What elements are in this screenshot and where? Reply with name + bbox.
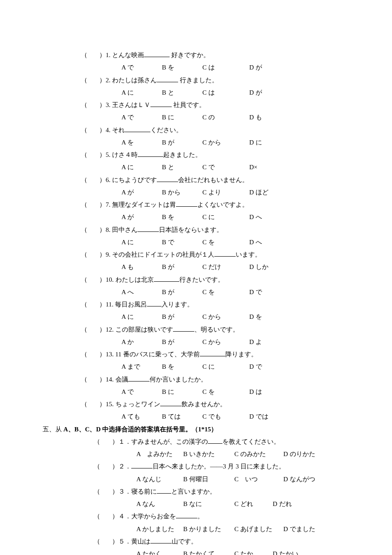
opt-b: B を — [162, 61, 202, 74]
section-b-body: （）１．すみませんが、この漢字のを教えてください。 A よみかたB いきかたC … — [81, 436, 343, 555]
opt-c: C に — [202, 361, 249, 373]
question-a9: （）9. その会社にドイエットの社員が１人います。 — [81, 249, 343, 261]
qtext: 寝る前に — [131, 488, 157, 495]
options-a5: A にB とC でD× — [81, 161, 343, 173]
question-b5: （）５．黄山は山です。 — [81, 535, 343, 548]
qtext-post: 降ります。 — [225, 351, 257, 358]
question-a3: （）3. 王さんはＬＶ 社員です。 — [81, 99, 343, 111]
opt-c: C を — [202, 386, 249, 398]
qtext-post: 起きました。 — [163, 151, 202, 158]
qtext-post: 社員です。 — [172, 101, 205, 108]
opt-a: A に — [121, 311, 162, 323]
qtext: この部屋は狭いです — [115, 326, 173, 333]
qnum: 5. — [106, 151, 110, 158]
question-a14: （）14. 会議何か言いましたか。 — [81, 373, 343, 386]
options-a2: A にB とC はD が — [81, 87, 343, 99]
qtext-post: 日本へ来ましたか。——3 月 3 日に来ました。 — [153, 463, 285, 470]
options-a4: A をB がC からD に — [81, 136, 343, 149]
opt-b: B なに — [183, 498, 234, 510]
opt-d: D は — [249, 386, 262, 398]
question-a15: （）15. ちょっとワイン飲みませんか。 — [81, 398, 343, 410]
opt-a: A なんじ — [136, 473, 183, 486]
opt-b: B ては — [162, 410, 202, 423]
qnum: ２． — [118, 463, 131, 470]
opt-d: D たかい — [273, 548, 298, 555]
question-a11: （）11. 毎日お風呂入ります。 — [81, 298, 343, 311]
opt-b: B が — [162, 261, 202, 273]
opt-c: C に — [202, 211, 249, 223]
qtext-post: 、明るいです。 — [194, 326, 239, 333]
qtext: とんな映画 — [112, 52, 144, 58]
opt-c: C あげました — [234, 523, 283, 535]
opt-d: D よ — [249, 336, 262, 348]
question-a12: （）12. この部屋は狭いです、明るいです。 — [81, 324, 343, 336]
options-a9: A もB がC だけD しか — [81, 261, 343, 273]
opt-d: D も — [249, 111, 262, 124]
opt-d: D× — [249, 161, 257, 173]
opt-b: B いきかた — [183, 448, 234, 460]
qnum: ３． — [118, 488, 131, 495]
qtext: 大学からお金を — [131, 513, 176, 520]
qtext: ちょっとワイン — [115, 401, 160, 408]
opt-d: D を — [249, 311, 262, 323]
opt-d: D のりかた — [283, 448, 315, 460]
opt-c: C の — [202, 111, 249, 124]
options-a12: A かB がC からD よ — [81, 336, 343, 348]
blank — [176, 512, 197, 518]
opt-b: B を — [162, 361, 202, 373]
opt-b: B で — [162, 236, 202, 249]
qtext-post: 好きですか。 — [170, 52, 210, 58]
blank — [147, 300, 161, 306]
blank — [125, 125, 150, 132]
blank — [157, 75, 178, 82]
qtext: 田中さん — [112, 226, 138, 233]
options-a6: A がB からC よりD ほど — [81, 186, 343, 199]
qnum: 3. — [106, 101, 110, 108]
qtext-post: 行きました。 — [178, 77, 218, 84]
heading-prefix: 五、从 — [43, 426, 63, 433]
opt-a: A で — [121, 111, 162, 124]
opt-c: C から — [202, 311, 249, 323]
qtext: 王さんはＬＶ — [112, 101, 150, 108]
opt-b: B たかくて — [183, 548, 234, 555]
qtext-post: ください。 — [150, 127, 182, 133]
opt-c: C どれ — [234, 498, 273, 510]
qnum: 8. — [106, 226, 110, 233]
opt-c: C を — [202, 286, 249, 298]
qtext-post: を教えてください。 — [222, 438, 280, 445]
options-b3: A なんB なにC どれD だれ — [81, 498, 343, 510]
opt-b: B を — [162, 211, 202, 223]
qnum: 1. — [106, 52, 110, 58]
opt-c: C たか — [234, 548, 273, 555]
qtext-post: 日本語をならいます。 — [159, 226, 223, 233]
opt-d: D に — [249, 136, 262, 149]
opt-d: D なんがつ — [283, 473, 315, 486]
opt-b: B に — [162, 111, 202, 124]
qtext-post: 。 — [197, 513, 204, 520]
section-b-heading: 五、从 A、B、C、D 中选择合适的答案填在括号里。（1*15） — [43, 423, 343, 436]
qtext: すみませんが、この漢字の — [131, 438, 208, 445]
opt-c: C いつ — [234, 473, 283, 486]
qtext-post: 飲みませんか。 — [182, 401, 226, 408]
options-a3: A でB にC のD も — [81, 111, 343, 124]
blank — [154, 275, 179, 282]
qnum: ４． — [118, 513, 131, 520]
blank — [173, 325, 194, 332]
qtext: 11 番のバスに乗って、大学前 — [115, 351, 200, 358]
blank — [157, 175, 178, 182]
options-a7: A がB をC にD へ — [81, 211, 343, 223]
opt-a: A ても — [121, 410, 162, 423]
question-a2: （）2. わたしは孫さん 行きました。 — [81, 74, 343, 87]
qnum: 14. — [106, 376, 114, 383]
opt-b: B が — [162, 136, 202, 149]
opt-d: D ほど — [249, 186, 268, 199]
qtext: 黄山は — [131, 538, 150, 545]
question-a8: （）8. 田中さん日本語をならいます。 — [81, 224, 343, 236]
opt-b: B かりました — [183, 523, 234, 535]
opt-c: C でも — [202, 410, 249, 423]
opt-d: D では — [249, 410, 268, 423]
blank — [131, 462, 153, 468]
opt-a: A たかく — [136, 548, 183, 555]
opt-a: A に — [121, 161, 162, 173]
qtext: それ — [112, 127, 125, 133]
